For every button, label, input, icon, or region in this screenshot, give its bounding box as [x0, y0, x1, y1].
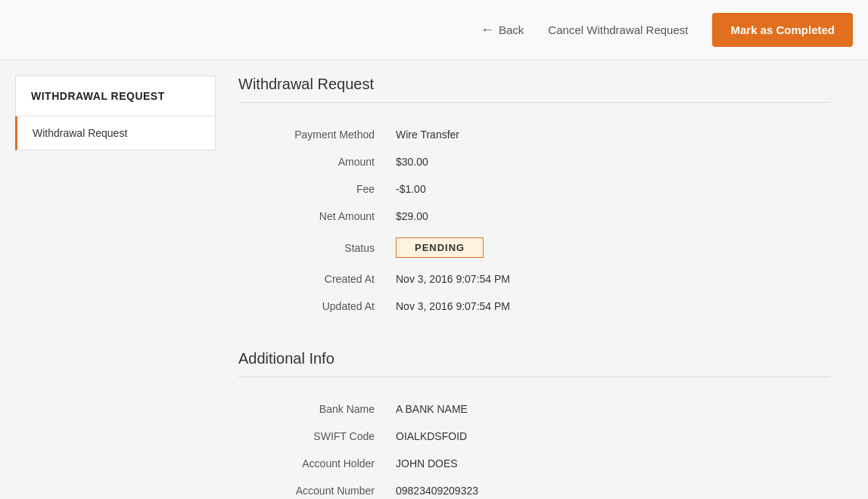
back-label: Back [499, 23, 524, 36]
field-value-account-holder: JOHN DOES [390, 450, 830, 477]
field-value-updated-at: Nov 3, 2016 9:07:54 PM [390, 293, 830, 320]
withdrawal-info-table: Payment Method Wire Transfer Amount $30.… [238, 121, 830, 320]
field-label-created-at: Created At [238, 265, 390, 293]
field-label-bank-name: Bank Name [238, 395, 390, 423]
cancel-withdrawal-button[interactable]: Cancel Withdrawal Request [539, 17, 697, 42]
table-row: Net Amount $29.00 [238, 203, 830, 230]
table-row: Updated At Nov 3, 2016 9:07:54 PM [238, 293, 830, 320]
table-row: SWIFT Code OIALKDSFOID [238, 423, 830, 450]
content-area: Withdrawal Request Payment Method Wire T… [216, 76, 853, 499]
header-bar: ← Back Cancel Withdrawal Request Mark as… [0, 0, 868, 60]
sidebar-section-title: WITHDRAWAL REQUEST [15, 76, 216, 116]
field-label-fee: Fee [238, 175, 390, 203]
section-divider [238, 102, 830, 103]
field-value-net-amount: $29.00 [390, 203, 830, 230]
field-label-account-holder: Account Holder [238, 450, 390, 477]
table-row: Bank Name A BANK NAME [238, 395, 830, 423]
field-value-fee: -$1.00 [390, 175, 830, 203]
table-row: Amount $30.00 [238, 148, 830, 175]
additional-section-title: Additional Info [238, 350, 830, 367]
field-value-swift-code: OIALKDSFOID [390, 423, 830, 450]
field-label-net-amount: Net Amount [238, 203, 390, 230]
field-label-status: Status [238, 230, 390, 265]
sidebar-item-withdrawal-request[interactable]: Withdrawal Request [15, 116, 216, 150]
field-label-amount: Amount [238, 148, 390, 175]
field-value-amount: $30.00 [390, 148, 830, 175]
additional-info-table: Bank Name A BANK NAME SWIFT Code OIALKDS… [238, 395, 830, 499]
status-badge: PENDING [396, 237, 484, 258]
sidebar: WITHDRAWAL REQUEST Withdrawal Request [15, 76, 216, 499]
back-link[interactable]: ← Back [481, 22, 524, 38]
field-label-updated-at: Updated At [238, 293, 390, 320]
field-label-swift-code: SWIFT Code [238, 423, 390, 450]
table-row: Created At Nov 3, 2016 9:07:54 PM [238, 265, 830, 293]
field-value-account-number: 09823409209323 [390, 477, 830, 499]
back-arrow-icon: ← [481, 22, 494, 38]
field-value-payment-method: Wire Transfer [390, 121, 830, 148]
field-value-bank-name: A BANK NAME [390, 395, 830, 423]
table-row: Account Holder JOHN DOES [238, 450, 830, 477]
field-value-created-at: Nov 3, 2016 9:07:54 PM [390, 265, 830, 293]
table-row: Fee -$1.00 [238, 175, 830, 203]
field-label-account-number: Account Number [238, 477, 390, 499]
section-title: Withdrawal Request [238, 76, 830, 93]
mark-completed-button[interactable]: Mark as Completed [712, 13, 853, 47]
sidebar-item-label: Withdrawal Request [33, 127, 127, 139]
field-label-payment-method: Payment Method [238, 121, 390, 148]
table-row: Payment Method Wire Transfer [238, 121, 830, 148]
table-row: Status PENDING [238, 230, 830, 265]
field-value-status: PENDING [390, 230, 830, 265]
table-row: Account Number 09823409209323 [238, 477, 830, 499]
additional-section-divider [238, 377, 830, 377]
main-layout: WITHDRAWAL REQUEST Withdrawal Request Wi… [0, 60, 868, 499]
